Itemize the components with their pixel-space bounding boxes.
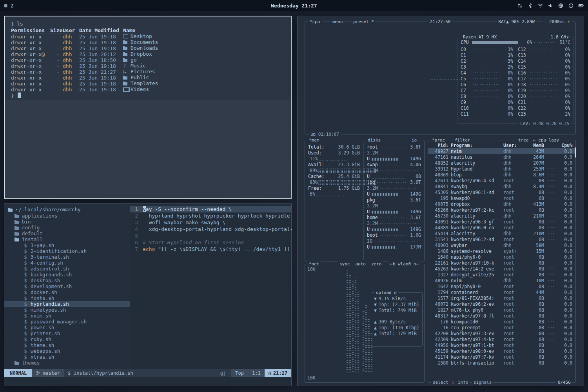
process-row[interactable]: 1640napi/phy0-0root0B0.0 [428,254,575,260]
process-row[interactable]: 16rcu_preemptroot0B0.0 [428,325,575,330]
process-row[interactable]: 41174kworker/u97:7-kvroot0B0.0 [428,354,575,360]
tree-item[interactable]: $fonts.sh [4,295,130,301]
tree-item[interactable]: install [4,236,130,242]
preset-button[interactable]: preset * [352,19,376,25]
tree-item[interactable]: default [4,230,130,236]
tree-item[interactable]: bin [4,219,130,225]
process-row[interactable]: 42208kworker/u97:3-evroot0B0.0 [428,330,575,336]
process-row[interactable]: 45414alacrittydhh210M0.0 [428,230,575,236]
launcher-icon[interactable] [4,4,7,7]
tree-item[interactable]: $password-manager.sh [4,319,130,325]
terminal-ls-window[interactable]: ❯ ls Permissions Size User Date Modified… [4,16,292,199]
footer-info[interactable]: info [456,379,470,385]
process-row[interactable]: 48926nvimdhh10M0.0 [428,278,575,283]
process-row[interactable]: 48869btopdhh8.6M0.0 [428,172,575,178]
update-interval[interactable]: - 2000ms + [543,19,572,25]
process-row[interactable]: 44956kworker/u97:1-btroot0B0.0 [428,342,575,348]
tree-item[interactable]: $mimetypes.sh [4,307,130,313]
footer-updown-icon[interactable]: ↕ [450,379,456,385]
tree-item[interactable]: $nvim.sh [4,313,130,319]
process-row[interactable]: 39912Hyprlanddhh253M0.0 [428,166,575,172]
tree-item[interactable]: $development.sh [4,283,130,289]
proc-scrollbar-thumb[interactable] [575,147,576,158]
process-row[interactable]: 45263kworker/14:2-everoot0B0.0 [428,266,575,272]
process-row[interactable]: 22161kworker/u97:10-kroot0B0.0 [428,260,575,266]
nvim-window[interactable]: ~/.local/share/omarchy applicationsbinco… [4,203,292,386]
process-row[interactable]: 46072kworker/u96:2-evroot0B0.0 [428,301,575,307]
header-pid[interactable]: Pid: [431,143,448,148]
footer-signals[interactable]: signals [472,379,493,385]
process-row[interactable]: 31541kworker/u96:2-sdroot0B0.0 [428,236,575,242]
tree-root[interactable]: ~/.local/share/omarchy [4,207,130,212]
process-row[interactable]: 1794containerdroot44M0.0 [428,289,575,295]
net-interface[interactable]: ←b wlan0 n→ [388,261,420,267]
process-row[interactable]: 45305kworker/u96:1-sdroot0B0.0 [428,189,575,195]
header-user[interactable]: User: [503,143,524,148]
network-globe-icon[interactable] [558,3,564,9]
process-row[interactable]: 1486systemd-resolvesyst+15M0.0 [428,248,575,254]
tree-item[interactable]: $xtras.sh [4,354,130,360]
process-row[interactable]: 48841swaybgdhh8.4M0.0 [428,183,575,189]
header-program[interactable]: Program: [451,143,501,148]
process-row[interactable]: 40075dropboxdhh413M0.0 [428,201,575,207]
editor-pane[interactable]: 1yay -S --noconfirm --needed \2 hyprland… [130,203,291,369]
tree-item[interactable]: $theme.sh [4,342,130,348]
net-stats-label[interactable]: upload d [374,290,398,296]
volume-icon[interactable] [548,3,554,9]
tree-item[interactable]: config [4,225,130,230]
process-row[interactable]: 1380btrfs-transactioroot0B0.0 [428,360,575,366]
info-icon[interactable] [568,3,574,9]
workspace-indicator[interactable]: 2 [11,3,14,9]
tree-item[interactable]: $backgrounds.sh [4,272,130,278]
prompt-line-current[interactable]: ❯ [11,92,291,98]
process-row[interactable]: 48927nvimdhh43M0.0 [428,148,575,154]
tree-item[interactable]: applications [4,213,130,219]
process-row[interactable]: 45266kworker/u97:2-kcroot0B0.0 [428,207,575,213]
filter-button[interactable]: filter [453,137,472,143]
git-branch-segment[interactable]: master [32,369,64,377]
header-memb[interactable]: MemB [526,143,544,148]
net-modes[interactable]: syncautozero [338,261,383,267]
process-row[interactable]: 48317kworker/u97:8-flroot0B0.0 [428,313,575,319]
tree-item[interactable]: $3-terminal.sh [4,254,130,260]
process-row[interactable]: 48852alacrittydhh207M0.0 [428,160,575,166]
sort-selector[interactable]: ← cpu lazy [532,137,561,143]
tree-item[interactable]: themes [4,360,130,366]
footer-select[interactable]: select [431,379,450,385]
process-row[interactable]: 45730alacrittydhh210M0.0 [428,213,575,219]
tree-toggle[interactable]: tree [517,137,530,143]
tree-item[interactable]: $hyprlandia.sh [4,301,130,307]
process-row[interactable]: 40003waybardhh58M0.0 [428,242,575,248]
tree-item[interactable]: $docker.sh [4,289,130,295]
updown-arrows-icon[interactable] [517,3,523,9]
process-row[interactable]: 47161nautilusdhh264M0.0 [428,154,575,160]
scroll-up-icon[interactable]: ⬆ [571,143,573,148]
tree-item[interactable]: $printer.sh [4,330,130,336]
process-row[interactable]: 1642napi/phy0-0root0B0.0 [428,283,575,289]
process-row[interactable]: 176kcompactd0root0B0.0 [428,319,575,325]
btop-window[interactable]: *cpu menu preset * 21:27:50 BAT▲ 98% 2.8… [297,16,584,386]
menu-button[interactable]: menu [331,19,345,25]
process-row[interactable]: 1827mt76-tx phy0root0B0.0 [428,307,575,313]
process-row[interactable]: 1327dmcrypt_write/25root0B0.0 [428,272,575,278]
file-tree-pane[interactable]: ~/.local/share/omarchy applicationsbinco… [4,203,130,369]
wifi-icon[interactable] [537,3,543,9]
tree-item[interactable]: $adscontrol.sh [4,266,130,272]
battery-icon[interactable] [578,3,584,9]
tree-item[interactable]: $ruby.sh [4,336,130,342]
tree-item[interactable]: $4-config.sh [4,260,130,266]
tree-item[interactable]: $desktop.sh [4,278,130,283]
bluetooth-icon[interactable] [527,3,533,9]
process-row[interactable]: 47613kworker/u96:4-sdroot0B0.0 [428,178,575,183]
process-row[interactable]: 195kswapd0root0B0.0 [428,195,575,201]
interval-increase[interactable]: + [567,19,570,24]
tree-item[interactable]: $1-yay.sh [4,242,130,248]
interval-decrease[interactable]: - [544,19,547,24]
command-line[interactable] [4,377,291,386]
tree-item[interactable]: $power.sh [4,325,130,330]
process-row[interactable]: 44889kworker/u96:0-coroot0B0.0 [428,225,575,230]
header-cpu[interactable]: Cpu% [559,143,572,148]
process-row[interactable]: 45159kworker/u98:0-evroot0B0.0 [428,348,575,354]
process-row[interactable]: 42309kworker/u97:4-kcroot0B0.0 [428,336,575,342]
process-row[interactable]: 1577irq/81-PIXA3854:root0B0.0 [428,295,575,301]
